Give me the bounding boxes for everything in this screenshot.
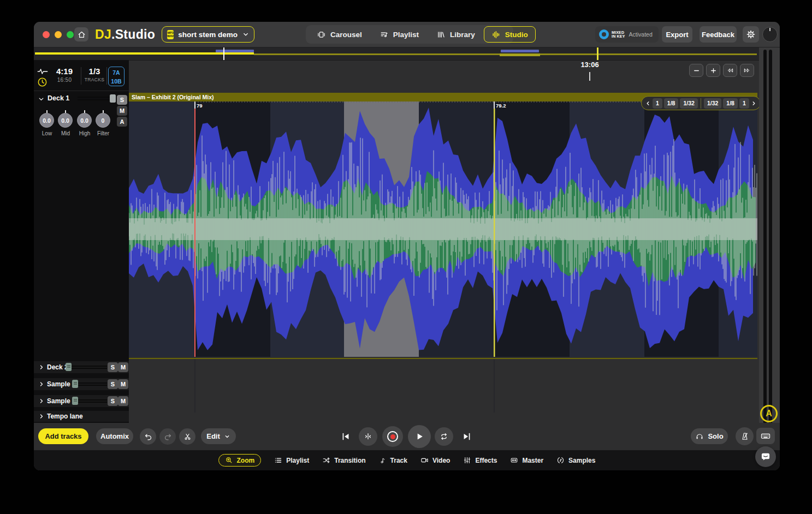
cue-marker-label-79-2[interactable]: 79.2: [496, 103, 506, 109]
deck1-collapse-chevron-icon[interactable]: [38, 95, 45, 103]
deck2-solo-button[interactable]: S: [108, 362, 118, 372]
sample1-volume-handle[interactable]: [72, 380, 78, 388]
sample2-volume-slider[interactable]: [72, 399, 107, 403]
mute-label: M: [121, 381, 126, 387]
redo-button[interactable]: [159, 428, 176, 445]
maximize-window-button[interactable]: [67, 31, 74, 38]
shortcuts-button[interactable]: [756, 428, 775, 444]
beat-jump-fwd-1-8[interactable]: 1/8: [723, 98, 738, 109]
rewind-icon: [726, 66, 734, 75]
vertical-scrollbar[interactable]: [759, 47, 780, 432]
beat-jump-fwd-1[interactable]: 1: [739, 98, 749, 109]
deck1-volume-slider[interactable]: [78, 96, 115, 101]
deck1-volume-handle[interactable]: [110, 94, 116, 103]
sample2-solo-button[interactable]: S: [108, 396, 118, 406]
loop-button[interactable]: [435, 427, 453, 446]
fast-forward-button[interactable]: [740, 64, 754, 77]
tab-playlist[interactable]: Playlist: [371, 26, 428, 43]
edit-label: Edit: [206, 432, 220, 440]
minimap-highlight-segment: [500, 53, 540, 56]
panel-tab-playlist[interactable]: Playlist: [274, 456, 309, 464]
record-icon: [387, 431, 398, 442]
undo-button[interactable]: [140, 428, 156, 445]
export-button[interactable]: Export: [662, 26, 692, 43]
close-window-button[interactable]: [43, 31, 50, 38]
cut-button[interactable]: [179, 428, 195, 445]
panel-tab-samples[interactable]: Samples: [556, 456, 595, 464]
sample1-volume-slider[interactable]: [72, 382, 107, 386]
scrollbar-thumb-1[interactable]: [763, 50, 767, 429]
sample1-mute-button[interactable]: M: [118, 379, 128, 389]
skip-to-end-button[interactable]: [461, 431, 472, 442]
knob-value: 0.0: [43, 117, 51, 124]
panel-tab-master[interactable]: Master: [510, 456, 543, 464]
user-avatar[interactable]: [762, 27, 778, 42]
tab-library[interactable]: Library: [428, 26, 484, 43]
automix-button[interactable]: Automix: [96, 428, 133, 444]
settings-button[interactable]: [743, 26, 759, 43]
sample2-expand-chevron-icon[interactable]: [38, 398, 45, 404]
panel-tab-zoom[interactable]: Zoom: [218, 454, 262, 467]
deck1-high-knob[interactable]: 0.0: [77, 113, 92, 128]
waveform-region[interactable]: Slam – Exhibit 2 (Original Mix) 79 79.2 …: [129, 93, 757, 359]
skip-to-start-button[interactable]: [340, 431, 351, 442]
minimap-track-block-1: [216, 50, 254, 52]
rewind-button[interactable]: [723, 64, 737, 77]
deck1-mute-button[interactable]: M: [117, 106, 127, 116]
play-button[interactable]: [408, 425, 431, 448]
deck2-volume-slider[interactable]: [66, 365, 107, 369]
beat-jump-back-1[interactable]: 1: [653, 98, 662, 109]
mixed-in-key-badge[interactable]: MIXED IN KEY Activated: [595, 26, 659, 43]
automix-badge[interactable]: A: [760, 405, 778, 422]
tempo-expand-chevron-icon[interactable]: [38, 413, 45, 420]
cue-marker-label-79[interactable]: 79: [197, 103, 203, 109]
minimap-playhead[interactable]: [223, 47, 224, 60]
solo-label: S: [111, 398, 115, 404]
tab-carousel[interactable]: Carousel: [308, 26, 371, 43]
minimap-time-marker[interactable]: [597, 47, 598, 60]
waveform-canvas[interactable]: [129, 101, 757, 357]
record-button[interactable]: [382, 426, 403, 447]
solo-button[interactable]: Solo: [691, 428, 728, 444]
video-camera-icon: [420, 456, 429, 464]
panel-tab-track[interactable]: Track: [379, 457, 407, 464]
mute-label: M: [121, 398, 126, 404]
beat-jump-back-1-8[interactable]: 1/8: [664, 98, 679, 109]
deck1-filter-knob[interactable]: 0: [96, 113, 110, 128]
add-tracks-button[interactable]: Add tracks: [38, 428, 88, 444]
scrollbar-thumb-2[interactable]: [769, 50, 772, 429]
metronome-button[interactable]: [736, 427, 754, 445]
panel-tab-effects[interactable]: Effects: [463, 456, 497, 464]
project-selector[interactable]: MP3 WAV short stem demo: [162, 26, 254, 43]
tab-studio[interactable]: Studio: [484, 26, 536, 43]
deck2-mute-button[interactable]: M: [118, 362, 128, 372]
beat-jump-fwd-1-32[interactable]: 1/32: [704, 98, 721, 109]
sample2-mute-button[interactable]: M: [118, 396, 128, 406]
sample1-expand-chevron-icon[interactable]: [38, 381, 45, 387]
track-index: 1/3: [82, 67, 107, 76]
deck2-volume-handle[interactable]: [66, 363, 72, 371]
deck1-low-knob[interactable]: 0.0: [39, 113, 54, 128]
deck2-expand-chevron-icon[interactable]: [38, 364, 45, 370]
sample2-volume-handle[interactable]: [72, 397, 78, 405]
library-icon: [436, 30, 446, 39]
sample1-solo-button[interactable]: S: [108, 379, 118, 389]
support-chat-button[interactable]: [755, 446, 776, 467]
deck1-solo-button[interactable]: S: [117, 95, 127, 105]
home-button[interactable]: [74, 27, 88, 41]
zoom-in-button[interactable]: [706, 64, 720, 77]
beat-jump-back-1-32[interactable]: 1/32: [680, 98, 697, 109]
panel-tab-video[interactable]: Video: [420, 456, 450, 464]
overview-minimap[interactable]: [34, 47, 759, 61]
feedback-button[interactable]: Feedback: [700, 26, 737, 43]
deck1-mid-knob[interactable]: 0.0: [58, 113, 73, 128]
jump-to-playhead-button[interactable]: [359, 427, 377, 446]
panel-tab-transition[interactable]: Transition: [322, 456, 365, 464]
beat-jump-next-icon[interactable]: [751, 100, 757, 106]
edit-menu-button[interactable]: Edit: [201, 428, 236, 444]
zoom-out-button[interactable]: [689, 64, 703, 77]
track-title: Slam – Exhibit 2 (Original Mix): [132, 94, 214, 100]
minimize-window-button[interactable]: [55, 31, 62, 38]
deck1-auto-button[interactable]: A: [117, 117, 127, 127]
beat-jump-prev-icon[interactable]: [645, 100, 651, 106]
